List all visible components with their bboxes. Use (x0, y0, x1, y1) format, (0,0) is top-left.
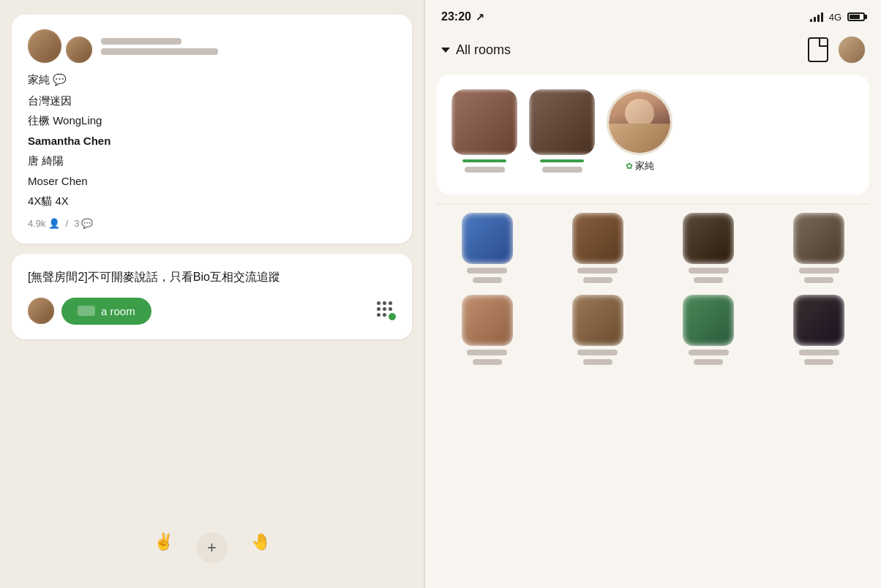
grid-person-3[interactable] (659, 213, 759, 283)
participant-taiwan-meme: 台灣迷因 (28, 91, 396, 110)
grid-name-2b (583, 277, 612, 283)
member-count: 4.9k 👤 (28, 218, 60, 229)
grid-name-8 (799, 350, 839, 355)
room-card-1[interactable]: 家純 💬 台灣迷因 往橛 WongLing Samantha Chen 唐 綺陽… (12, 15, 412, 244)
grid-name-7b (694, 359, 723, 365)
pill-label: a room (101, 305, 135, 317)
time-value: 23:20 (441, 10, 471, 23)
comment-icon: 💬 (81, 218, 93, 229)
grid-avatar-3 (683, 213, 734, 264)
participant-moser: Moser Chen (28, 172, 396, 191)
featured-avatars: ✿ 家純 (451, 89, 855, 173)
green-indicator-2 (540, 159, 584, 162)
pill-inner-blur (78, 306, 95, 316)
featured-avatar-1 (451, 89, 517, 155)
grid-name-4b (804, 277, 833, 283)
profile-nav-avatar[interactable] (839, 37, 865, 63)
grid-avatar-1 (462, 213, 513, 264)
grid-name-5 (467, 350, 507, 355)
separator (437, 203, 869, 204)
room-card-2[interactable]: [無聲房間2]不可開麥說話，只看Bio互相交流追蹤 a room (12, 254, 412, 339)
featured-avatar-jiachun (607, 89, 672, 155)
all-rooms-button[interactable]: All rooms (441, 42, 511, 58)
nav-header: All rooms (425, 29, 881, 75)
featured-avatar-2 (529, 89, 595, 155)
featured-person-2 (529, 89, 595, 173)
signal-area: 4G (810, 12, 865, 23)
grid-person-5[interactable] (437, 295, 537, 365)
grid-name-6 (577, 350, 618, 355)
avatar-group (28, 29, 92, 63)
grid-person-1[interactable] (437, 213, 537, 283)
room-name: 家純 💬 (28, 72, 396, 88)
members-icon: 👤 (48, 218, 60, 229)
grid-person-7[interactable] (659, 295, 759, 365)
room2-bottom: a room (28, 298, 396, 325)
grid-name-4 (799, 268, 839, 274)
signal-bars (810, 12, 823, 22)
bar-2 (814, 17, 816, 22)
room2-avatar (28, 298, 54, 324)
featured-room-card[interactable]: ✿ 家純 (437, 75, 869, 195)
grid-name-5b (473, 359, 502, 365)
stat-divider: / (66, 218, 69, 229)
plus-icon: + (207, 538, 217, 557)
room2-title: [無聲房間2]不可開麥說話，只看Bio互相交流追蹤 (28, 268, 396, 286)
featured-person-jiachun: ✿ 家純 (607, 89, 672, 173)
name-bar-2 (542, 167, 582, 173)
jiachun-label: ✿ 家純 (626, 159, 654, 173)
comment-count-value: 3 (74, 218, 79, 229)
grid-name-3 (689, 268, 729, 274)
hand-icon[interactable]: 🤚 (251, 532, 271, 563)
bottom-bar: ✌️ + 🤚 (12, 522, 412, 573)
participant-wongLing: 往橛 WongLing (28, 111, 396, 130)
all-rooms-label: All rooms (456, 42, 511, 58)
grid-avatar-6 (572, 295, 623, 346)
battery-fill (850, 15, 860, 19)
grid-avatar-7 (683, 295, 734, 346)
bar-4 (821, 12, 823, 22)
location-arrow-icon: ↗ (476, 11, 484, 23)
participant-4xcat: 4X貓 4X (28, 192, 396, 211)
members-count-value: 4.9k (28, 218, 46, 229)
grid-name-2 (577, 268, 618, 274)
grid-name-7 (689, 350, 729, 355)
avatar-2 (66, 37, 92, 63)
left-panel: 家純 💬 台灣迷因 往橛 WongLing Samantha Chen 唐 綺陽… (0, 0, 424, 588)
add-button[interactable]: + (197, 532, 228, 563)
name-bar-1 (465, 167, 505, 173)
grid-person-8[interactable] (769, 295, 869, 365)
grid-name-3b (694, 277, 723, 283)
comment-count: 3 💬 (74, 218, 93, 229)
avatar-grid-row-2 (437, 295, 869, 374)
green-indicator-1 (462, 159, 506, 162)
grid-avatar-4 (793, 213, 844, 264)
participant-samantha: Samantha Chen (28, 132, 396, 151)
rooms-content: ✿ 家純 (425, 75, 881, 588)
grid-person-6[interactable] (547, 295, 648, 365)
grid-name-8b (804, 359, 833, 365)
battery-icon (847, 12, 865, 21)
wave-icon[interactable]: ✌️ (154, 532, 173, 563)
header-text (101, 38, 218, 55)
grid-name-1b (473, 277, 502, 283)
grid-name-1 (467, 268, 507, 274)
document-icon[interactable] (808, 37, 828, 62)
more-options-icon[interactable] (377, 301, 396, 320)
green-star-icon: ✿ (626, 161, 633, 171)
time-display: 23:20 ↗ (441, 10, 484, 23)
grid-name-6b (583, 359, 612, 365)
bar-3 (817, 15, 820, 22)
avatar-1 (28, 29, 61, 63)
avatar-grid-row-1 (437, 213, 869, 292)
card-footer: 4.9k 👤 / 3 💬 (28, 218, 396, 229)
nav-icons (808, 37, 865, 63)
card-header (28, 29, 396, 63)
participant-tang: 唐 綺陽 (28, 151, 396, 170)
featured-person-1 (451, 89, 517, 173)
jiachun-name: 家純 (635, 159, 654, 173)
grid-person-2[interactable] (547, 213, 648, 283)
grid-avatar-8 (793, 295, 844, 346)
join-room-button[interactable]: a room (61, 298, 151, 325)
grid-person-4[interactable] (769, 213, 869, 283)
